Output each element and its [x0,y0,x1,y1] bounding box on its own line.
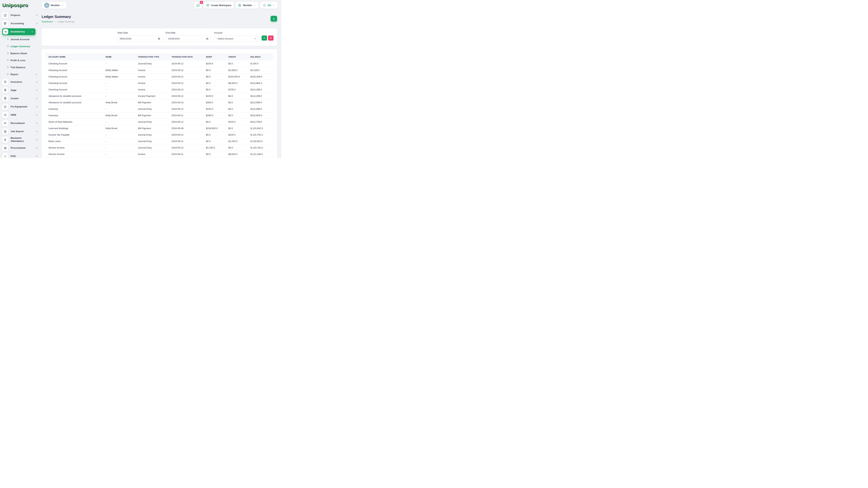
cell-transaction-type: Journal Entry [136,144,170,151]
cell-transaction-date: 2024-09-13 [170,99,205,106]
sidebar-subitem-journal-account[interactable]: Journal Account [0,36,40,43]
cell-account-name: Checking Account [45,67,104,73]
sidebar-subitem-trial-balance[interactable]: Trial Balance [0,64,40,71]
table-row: Allowance for doubtful accounts Kelly Br… [45,99,274,106]
cell-credit: $735.0 [227,86,249,93]
end-date-input[interactable]: 10/28/2024 [166,36,211,42]
cell-account-name: Income Tax Payable [45,131,104,138]
cell-transaction-type: Journal Entry [136,106,170,112]
sidebar-item-biometric-attendance[interactable]: Biometric Attendance [0,136,40,144]
cell-account-name: Bank Loans [45,138,104,144]
chevron-down-icon [273,4,275,6]
cell-account-name: Allowance for doubtful accounts [45,99,104,106]
cell-transaction-type: Invoice [136,151,170,157]
sidebar-subitem-label: Ledger Summary [10,45,37,48]
ledger-table-card: ACCOUNT NAME NAME TRANSACTION TYPE TRANS… [42,49,277,158]
sidebar-item-fix-equipment[interactable]: Fix Equipment [0,103,40,111]
cell-transaction-date: 2024-09-12 [170,144,205,151]
language-selector[interactable]: EN [260,2,277,9]
cell-account-name: Checking Account [45,80,104,86]
workspace-menu-button[interactable]: WorkDo [236,2,258,9]
cell-transaction-date: 2024-09-12 [170,60,205,67]
cell-credit: $8,625.0 [227,151,249,157]
circle-bullet-icon [7,45,8,47]
cell-transaction-type: Journal Entry [136,119,170,125]
cell-credit: $0.0 [227,112,249,119]
breadcrumb-dashboard-link[interactable]: Dashboard [42,21,53,23]
col-balance: BALANCE [249,53,274,60]
cell-transaction-type: Journal Entry [136,138,170,144]
col-name: NAME [104,53,136,60]
download-button[interactable] [271,16,277,22]
scales-icon [3,29,8,34]
sidebar-item-procurement[interactable]: Procurement [0,144,40,152]
sidebar-item-pos[interactable]: POS [0,152,40,158]
cell-transaction-date: 2024-09-12 [170,93,205,99]
cell-debit: $0.0 [205,80,227,86]
end-date-field: End Date 10/28/2024 [166,31,211,46]
sidebar-subitem-label: Report [10,73,33,76]
cell-debit: $290.0 [205,112,227,119]
calendar-icon[interactable] [206,37,209,40]
cell-name: Buffy Walter [104,73,136,80]
sidebar-subitem-profit-loss[interactable]: Profit & Loss [0,57,40,64]
sidebar-subitem-report[interactable]: Report [0,71,40,78]
cell-debit: $234,600.0 [205,125,227,131]
brand-logo[interactable]: Unipospro [2,2,42,8]
cell-name: Kelly Brook [104,112,136,119]
cell-transaction-type: Invoice [136,86,170,93]
sidebar-item-label: Job Search [10,130,33,133]
sidebar-item-hrm[interactable]: HRM [0,111,40,119]
cell-balance: $114,299.0 [249,93,274,99]
col-credit: CREDIT [227,53,249,60]
cell-debit: $0.0 [205,151,227,157]
table-row: Service Income - Journal Entry 2024-09-1… [45,144,274,151]
sidebar-item-doubleentry[interactable]: DoubleEntry [2,28,35,35]
start-date-label: Start Date [117,31,162,34]
workspace-menu-label: WorkDo [243,4,252,7]
workspace-chip[interactable]: WorkDo [42,2,66,9]
cell-credit: $0.0 [227,144,249,151]
cell-balance: $113,664.0 [249,80,274,86]
messages-button[interactable]: 0 [194,2,202,9]
circle-bullet-icon [7,73,8,75]
cell-debit: $0.0 [205,119,227,125]
sidebar-item-sage[interactable]: S Sage [0,86,40,94]
sidebar-item-assets[interactable]: Assets [0,94,40,103]
sidebar-item-insurance[interactable]: Insurance [0,78,40,86]
sidebar-item-projects[interactable]: Projects [0,11,40,20]
sidebar-item-label: Sage [10,89,33,92]
cell-credit: $103,500.0 [227,73,249,80]
cell-account-name: Checking Account [45,73,104,80]
messages-badge: 0 [200,1,203,4]
table-row: Income Tax Payable - Journal Entry 2024-… [45,131,274,138]
sidebar-subitem-label: Profit & Loss [10,59,37,62]
top-bar: Unipospro WorkDo 0 Create Work [0,0,281,10]
reset-button[interactable] [268,35,274,40]
sidebar-item-label: Accounting [10,22,33,25]
chevron-right-icon [54,21,56,23]
cell-name: Kelly Brook [104,125,136,131]
page-title: Ledger Summary [42,15,277,19]
start-date-input[interactable]: 06/01/2024 [117,36,162,42]
cell-name: - [104,119,136,125]
sidebar-item-label: Projects [10,14,33,17]
sidebar-item-accounting[interactable]: Accounting [0,20,40,28]
sidebar-item-job-search[interactable]: Job Search [0,127,40,136]
create-workspace-button[interactable]: Create Workspace [204,2,234,9]
table-row: Checking Account - Journal Entry 2024-09… [45,60,274,67]
account-select[interactable]: - Select Account [214,36,258,42]
sidebar-item-recruitment[interactable]: Recruitment [0,119,40,127]
calendar-icon[interactable] [158,37,160,40]
end-date-label: End Date [166,31,211,34]
cell-name: - [104,60,136,67]
breadcrumb: Dashboard Ledger Summary [42,21,277,23]
workspace-chip-label: WorkDo [51,4,60,7]
sidebar-subitem-ledger-summary[interactable]: Ledger Summary [0,43,40,50]
cell-transaction-type: Journal Entry [136,131,170,138]
cell-account-name: Service Income [45,151,104,157]
search-button[interactable] [261,35,267,40]
chevron-right-icon [36,114,38,116]
cell-transaction-type: Journal Entry [136,60,170,67]
sidebar-subitem-balance-sheet[interactable]: Balance Sheet [0,50,40,57]
